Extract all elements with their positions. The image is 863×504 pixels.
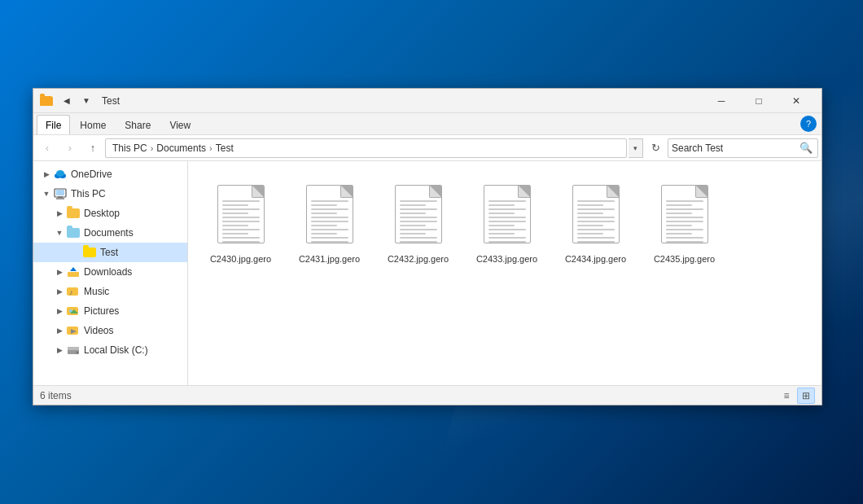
view-toggle: ≡ ⊞ [778, 388, 815, 404]
file-name: C2435.jpg.gero [654, 253, 715, 265]
breadcrumb-test[interactable]: Test [214, 142, 235, 155]
sidebar-label-onedrive: OneDrive [71, 169, 112, 180]
sidebar-item-thispc[interactable]: ▼ This PC [33, 184, 187, 204]
expander-onedrive[interactable]: ▶ [40, 168, 53, 181]
svg-rect-4 [56, 190, 64, 195]
ribbon: File Home Share View ? [33, 113, 821, 135]
desktop-folder-icon [66, 207, 81, 220]
sidebar-label-desktop: Desktop [84, 208, 120, 219]
expander-documents[interactable]: ▼ [53, 226, 66, 239]
file-name: C2433.jpg.gero [476, 253, 537, 265]
refresh-button[interactable]: ↻ [645, 138, 666, 158]
file-name: C2431.jpg.gero [299, 253, 360, 265]
breadcrumb-documents[interactable]: Documents [155, 142, 208, 155]
sidebar-item-videos[interactable]: ▶ Videos [33, 321, 187, 340]
file-name: C2434.jpg.gero [565, 253, 626, 265]
svg-marker-8 [70, 267, 77, 271]
sidebar-label-videos: Videos [84, 325, 113, 336]
file-item-2[interactable]: C2432.jpg.gero [375, 171, 461, 269]
document-icon [572, 185, 620, 243]
file-icon-wrapper [389, 178, 448, 250]
quick-access-toolbar: ◀ ▼ [58, 93, 95, 109]
file-item-5[interactable]: C2435.jpg.gero [642, 171, 727, 269]
files-area: C2430.jpg.gero [188, 161, 821, 385]
file-icon-wrapper [300, 178, 359, 250]
close-button[interactable]: ✕ [778, 89, 815, 113]
file-name: C2430.jpg.gero [210, 253, 271, 265]
videos-icon [66, 324, 81, 337]
search-input[interactable] [672, 142, 798, 154]
expander-music[interactable]: ▶ [53, 285, 66, 298]
breadcrumb-thispc[interactable]: This PC [111, 142, 149, 155]
file-item-1[interactable]: C2431.jpg.gero [287, 171, 372, 269]
file-icon-wrapper [212, 178, 270, 250]
title-bar: ◀ ▼ Test ─ □ ✕ [33, 89, 821, 113]
quick-access-btn-2[interactable]: ▼ [77, 93, 95, 109]
tab-share[interactable]: Share [116, 115, 160, 134]
tile-view-button[interactable]: ⊞ [797, 388, 815, 404]
document-icon [661, 185, 708, 243]
detail-view-button[interactable]: ≡ [778, 388, 795, 404]
computer-icon [53, 187, 68, 200]
documents-folder-icon [66, 226, 81, 239]
expander-local-disk[interactable]: ▶ [53, 344, 66, 357]
sidebar-label-thispc: This PC [71, 188, 106, 199]
address-path[interactable]: This PC › Documents › Test [105, 138, 627, 158]
svg-point-2 [56, 170, 64, 177]
test-folder-icon [82, 246, 97, 259]
sidebar-item-documents[interactable]: ▼ Documents [33, 223, 187, 243]
address-dropdown[interactable]: ▾ [629, 138, 643, 158]
item-count: 6 items [40, 390, 72, 401]
file-icon-wrapper [478, 178, 537, 250]
search-icon-button[interactable]: 🔍 [798, 140, 814, 156]
sidebar-item-pictures[interactable]: ▶ Pictures [33, 301, 187, 321]
file-item-4[interactable]: C2434.jpg.gero [553, 171, 638, 269]
sidebar-label-documents: Documents [84, 227, 134, 239]
file-item-0[interactable]: C2430.jpg.gero [198, 171, 283, 269]
help-button[interactable]: ? [800, 116, 817, 132]
disk-icon [66, 344, 81, 357]
expander-videos[interactable]: ▶ [53, 324, 66, 337]
tab-view[interactable]: View [160, 115, 199, 134]
sidebar-item-test[interactable]: ▶ Test [33, 243, 187, 262]
window-title: Test [102, 95, 703, 107]
file-explorer-window: ◀ ▼ Test ─ □ ✕ File Home Share View ? ‹ … [33, 88, 822, 405]
sidebar-label-test: Test [100, 247, 118, 258]
file-name: C2432.jpg.gero [388, 253, 449, 265]
sidebar-item-downloads[interactable]: ▶ Downloads [33, 262, 187, 282]
document-icon [306, 185, 353, 243]
expander-desktop[interactable]: ▶ [53, 207, 66, 220]
expander-pictures[interactable]: ▶ [53, 305, 66, 318]
sidebar-item-desktop[interactable]: ▶ Desktop [33, 204, 187, 223]
document-icon [484, 185, 531, 243]
back-button[interactable]: ‹ [37, 138, 58, 158]
address-bar: ‹ › ↑ This PC › Documents › Test ▾ ↻ 🔍 [33, 135, 821, 161]
quick-access-btn-1[interactable]: ◀ [58, 93, 76, 109]
tab-home[interactable]: Home [71, 115, 115, 134]
sidebar: ▶ OneDrive ▼ This PC ▶ Deskto [33, 161, 188, 385]
forward-button[interactable]: › [59, 138, 81, 158]
sidebar-item-local-disk[interactable]: ▶ Local Disk (C:) [33, 340, 187, 360]
status-bar: 6 items ≡ ⊞ [33, 385, 821, 405]
up-button[interactable]: ↑ [82, 138, 103, 158]
sidebar-item-onedrive[interactable]: ▶ OneDrive [33, 164, 187, 184]
minimize-button[interactable]: ─ [703, 89, 740, 113]
sidebar-item-music[interactable]: ▶ ♪ Music [33, 282, 187, 301]
document-icon [395, 185, 442, 243]
search-box: 🔍 [668, 138, 818, 158]
document-icon [217, 185, 265, 243]
onedrive-icon [53, 168, 68, 181]
file-item-3[interactable]: C2433.jpg.gero [464, 171, 550, 269]
tab-file[interactable]: File [37, 115, 70, 134]
svg-text:♪: ♪ [69, 288, 73, 296]
content-area: ▶ OneDrive ▼ This PC ▶ Deskto [33, 161, 821, 385]
pictures-icon [66, 305, 81, 318]
files-grid: C2430.jpg.gero [195, 168, 815, 272]
expander-downloads[interactable]: ▶ [53, 265, 66, 278]
sidebar-label-downloads: Downloads [84, 266, 132, 278]
sidebar-label-pictures: Pictures [84, 305, 119, 317]
svg-point-18 [77, 352, 79, 354]
expander-thispc[interactable]: ▼ [40, 187, 53, 200]
maximize-button[interactable]: □ [740, 89, 778, 113]
music-icon: ♪ [66, 285, 81, 298]
